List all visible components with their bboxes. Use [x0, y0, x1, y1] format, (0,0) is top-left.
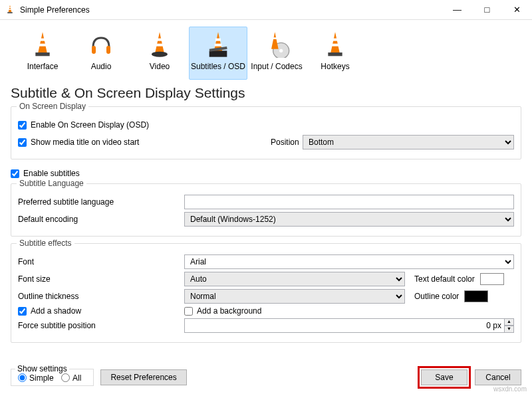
window-title: Simple Preferences [20, 5, 442, 15]
preferred-language-input[interactable] [184, 195, 514, 209]
tab-audio[interactable]: Audio [72, 27, 130, 80]
default-encoding-label: Default encoding [18, 215, 184, 224]
checkbox-label: Add a shadow [31, 306, 81, 316]
cancel-button[interactable]: Cancel [475, 369, 521, 385]
show-settings-all-radio[interactable]: All [61, 373, 81, 383]
show-settings-group: Show settings Simple All [11, 369, 94, 387]
svg-rect-8 [157, 39, 162, 41]
cone-disc-icon [262, 30, 291, 59]
titlebar: Simple Preferences — □ ✕ [0, 0, 532, 20]
subtitle-effects-group: Subtitle effects Font Arial Font size Au… [11, 243, 521, 343]
fontsize-select[interactable]: Auto [184, 272, 405, 286]
outline-thickness-select[interactable]: Normal [184, 289, 405, 304]
svg-rect-18 [332, 39, 338, 41]
fontsize-label: Font size [18, 274, 184, 284]
category-tabs: Interface Audio Video Subtitles / OSD In… [0, 20, 532, 82]
font-select[interactable]: Arial [184, 254, 514, 269]
outline-color-label: Outline color [414, 292, 459, 301]
svg-rect-11 [215, 39, 221, 41]
text-color-label: Text default color [414, 274, 475, 284]
enable-subtitles-checkbox[interactable]: Enable subtitles [11, 169, 80, 178]
tab-interface[interactable]: Interface [13, 27, 72, 80]
svg-rect-2 [7, 12, 12, 13]
tab-label: Audio [91, 62, 112, 71]
svg-rect-20 [328, 52, 342, 56]
font-label: Font [18, 257, 184, 266]
tab-label: Video [150, 62, 170, 71]
tab-subtitles[interactable]: Subtitles / OSD [189, 27, 247, 80]
svg-rect-9 [156, 44, 164, 47]
outline-color-picker[interactable] [464, 290, 488, 302]
app-icon [5, 5, 16, 15]
default-encoding-select[interactable]: Default (Windows-1252) [184, 212, 514, 227]
svg-rect-4 [39, 44, 47, 47]
svg-point-10 [152, 52, 168, 57]
group-title: Show settings [15, 364, 69, 373]
force-position-label: Force subtitle position [18, 321, 184, 330]
force-position-input[interactable] [184, 318, 505, 333]
save-button[interactable]: Save [421, 369, 467, 385]
enable-osd-checkbox[interactable]: Enable On Screen Display (OSD) [18, 120, 149, 130]
osd-group: On Screen Display Enable On Screen Displ… [11, 106, 521, 159]
headphones-icon [86, 30, 116, 59]
svg-rect-3 [40, 39, 45, 41]
position-select[interactable]: Bottom [303, 135, 514, 149]
tab-hotkeys[interactable]: Hotkeys [306, 27, 364, 80]
subtitle-language-group: Subtitle Language Preferred subtitle lan… [11, 183, 521, 237]
checkbox-label: Enable subtitles [23, 169, 80, 178]
add-background-checkbox[interactable]: Add a background [184, 306, 514, 316]
add-shadow-checkbox[interactable]: Add a shadow [18, 306, 184, 316]
cone-clapper-icon [203, 30, 233, 59]
spin-up-button[interactable]: ▲ [504, 318, 514, 326]
tab-input-codecs[interactable]: Input / Codecs [247, 27, 306, 80]
text-color-picker[interactable] [480, 273, 504, 285]
svg-rect-19 [332, 44, 339, 47]
outline-thickness-label: Outline thickness [18, 292, 184, 301]
group-title: Subtitle effects [17, 239, 74, 248]
minimize-button[interactable]: — [442, 0, 472, 20]
svg-point-16 [279, 49, 283, 52]
maximize-button[interactable]: □ [472, 0, 502, 20]
watermark: wsxdn.com [493, 385, 527, 393]
checkbox-label: Enable On Screen Display (OSD) [31, 120, 149, 130]
svg-rect-7 [106, 46, 110, 54]
checkbox-label: Add a background [197, 306, 261, 316]
svg-rect-5 [35, 52, 49, 56]
tab-label: Interface [27, 62, 59, 71]
group-title: Subtitle Language [17, 179, 86, 188]
show-title-checkbox[interactable]: Show media title on video start [18, 138, 271, 147]
save-highlight: Save [418, 366, 471, 389]
cone-icon [28, 30, 57, 59]
cone-icon [321, 30, 350, 59]
tab-video[interactable]: Video [130, 27, 189, 80]
bottom-bar: Show settings Simple All Reset Preferenc… [0, 366, 532, 389]
tab-label: Input / Codecs [251, 62, 302, 71]
tab-label: Subtitles / OSD [191, 62, 245, 71]
svg-rect-13 [209, 50, 227, 56]
spin-down-button[interactable]: ▼ [504, 326, 514, 333]
svg-rect-6 [92, 46, 96, 54]
preferred-language-label: Preferred subtitle language [18, 197, 184, 207]
svg-rect-0 [9, 7, 11, 7]
position-label: Position [271, 138, 303, 147]
cone-icon [145, 30, 174, 59]
svg-rect-17 [272, 37, 277, 39]
tab-label: Hotkeys [321, 62, 349, 71]
window-controls: — □ ✕ [442, 0, 532, 20]
svg-rect-12 [215, 44, 222, 47]
reset-preferences-button[interactable]: Reset Preferences [100, 369, 186, 385]
group-title: On Screen Display [17, 102, 88, 111]
show-settings-simple-radio[interactable]: Simple [18, 373, 54, 383]
checkbox-label: Show media title on video start [31, 138, 139, 147]
close-button[interactable]: ✕ [502, 0, 532, 20]
svg-rect-1 [9, 9, 11, 9]
